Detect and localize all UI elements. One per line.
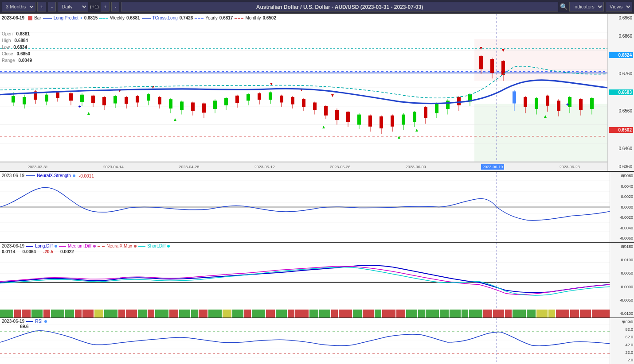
rsi-panel-controls[interactable]: ▼ ✕ [621, 319, 632, 325]
svg-rect-64 [280, 96, 283, 103]
neuralx-date: 2023-06-19 [2, 173, 24, 178]
svg-rect-102 [490, 59, 494, 73]
svg-rect-30 [91, 96, 95, 103]
bar-icon [28, 16, 32, 20]
svg-rect-108 [524, 97, 527, 107]
svg-rect-165 [118, 310, 125, 318]
search-icon[interactable]: 🔍 [560, 3, 567, 10]
svg-rect-207 [570, 310, 579, 318]
svg-rect-66 [291, 97, 294, 105]
neuralx-name: NeuralX.Strength [37, 173, 71, 178]
svg-text:▲: ▲ [415, 128, 419, 132]
price-0.6683-highlighted: 0.6683 [609, 89, 633, 95]
svg-rect-86 [402, 115, 405, 125]
views-selector[interactable]: Views [606, 2, 632, 12]
svg-rect-74 [335, 110, 339, 120]
svg-rect-2 [474, 39, 607, 81]
offset-minus-button[interactable]: - [111, 2, 119, 12]
date-2023-04-14: 2023-04-14 [103, 165, 124, 169]
offset-add-button[interactable]: + [101, 2, 110, 12]
svg-rect-193 [418, 310, 425, 318]
period-selector[interactable]: 3 Months 1 Month 6 Months 1 Year [2, 2, 35, 12]
svg-rect-162 [82, 310, 94, 318]
shortdiff-dot [167, 245, 170, 248]
date-2023-05-12: 2023-05-12 [254, 165, 275, 169]
svg-rect-174 [208, 310, 222, 318]
neuralx-y-n0.0040: -0.0040 [611, 226, 633, 230]
svg-rect-48 [191, 102, 195, 111]
longdiff-panel-controls[interactable]: ▼ ✕ [621, 244, 632, 250]
svg-rect-44 [169, 99, 172, 108]
weekly-label: Weekly [110, 15, 125, 20]
svg-rect-178 [252, 310, 265, 318]
svg-rect-28 [80, 95, 84, 102]
bar-label: Bar [34, 15, 41, 20]
rsi-close-icon[interactable]: ✕ [628, 319, 632, 325]
svg-rect-52 [213, 101, 217, 109]
rsi-y-42: 42.0 [611, 343, 633, 347]
svg-rect-40 [147, 94, 150, 101]
rsi-dropdown-icon[interactable]: ▼ [621, 319, 626, 325]
svg-rect-199 [483, 310, 492, 318]
svg-rect-84 [391, 116, 394, 127]
svg-rect-34 [113, 96, 117, 104]
close-value: 0.6850 [17, 50, 31, 57]
neuralx-close-icon[interactable]: ✕ [628, 173, 632, 179]
svg-rect-173 [199, 310, 207, 318]
svg-rect-80 [368, 116, 372, 127]
svg-rect-90 [424, 107, 427, 118]
svg-rect-68 [302, 99, 305, 107]
neuralx-y-n0.0020: -0.0020 [611, 215, 633, 220]
longdiff-y-axis: 0.0150 0.0100 0.0050 0.0000 -0.0050 -0.0… [610, 243, 634, 318]
svg-rect-94 [446, 101, 450, 109]
rsi-name: RSI [35, 319, 43, 324]
svg-rect-177 [244, 310, 251, 318]
svg-rect-155 [14, 310, 21, 318]
svg-text:▲: ▲ [543, 114, 548, 119]
svg-rect-32 [102, 97, 106, 105]
weekly-value: 0.6881 [126, 15, 140, 20]
offset-label: (+1) [90, 4, 99, 9]
main-price-axis: 0.6960 0.6860 0.6824 0.6760 0.6683 0.656… [607, 14, 634, 171]
open-value: 0.6881 [16, 31, 30, 37]
svg-rect-58 [247, 94, 250, 101]
neuralx-y-0.0020: 0.0020 [611, 194, 633, 199]
period-minus-button[interactable]: - [48, 2, 56, 12]
svg-rect-203 [527, 310, 536, 318]
period-add-button[interactable]: + [37, 2, 46, 12]
high-value: 0.6884 [15, 37, 28, 44]
svg-text:+: + [78, 104, 81, 110]
monthly-line-icon [235, 18, 243, 19]
svg-rect-96 [457, 97, 461, 105]
svg-rect-172 [191, 310, 198, 318]
date-2023-05-26: 2023-05-26 [330, 165, 350, 169]
neuralx-y-axis: 0.0060 0.0040 0.0020 0.0000 -0.0020 -0.0… [610, 172, 634, 242]
longdiff-dropdown-icon[interactable]: ▼ [621, 244, 626, 250]
weekly-line-icon [99, 18, 108, 19]
svg-text:▼: ▼ [117, 88, 122, 93]
frequency-selector[interactable]: Daily Weekly Monthly [58, 2, 88, 12]
svg-text:▼: ▼ [299, 87, 304, 92]
mediumdiff-line-icon [59, 246, 66, 247]
rsi-y-22: 22.0 [611, 350, 633, 355]
date-2023-04-28: 2023-04-28 [179, 165, 199, 169]
longdiff-title: 2023-06-19 Long.Diff Medium.Diff NeuralX… [2, 244, 170, 254]
svg-rect-179 [266, 310, 275, 318]
indicators-selector[interactable]: Indicators [569, 2, 604, 12]
svg-rect-118 [579, 99, 583, 110]
monthly-label: Monthly [245, 15, 261, 20]
yearly-value: 0.6817 [219, 15, 233, 20]
svg-rect-36 [125, 97, 128, 104]
date-2023-06-09: 2023-06-09 [406, 165, 426, 169]
neuralx-dropdown-icon[interactable]: ▼ [621, 173, 626, 179]
svg-text:▲: ▲ [397, 135, 401, 139]
svg-rect-159 [51, 310, 64, 318]
monthly-value: 0.6502 [262, 15, 276, 20]
neuralx-panel-controls[interactable]: ▼ ✕ [621, 173, 632, 179]
longdiff-close-icon[interactable]: ✕ [628, 244, 632, 250]
neuralx-panel: 2023-06-19 NeuralX.Strength -0.0011 ▼ ✕ … [0, 172, 634, 243]
svg-text:▼: ▼ [330, 93, 335, 98]
svg-rect-181 [288, 310, 294, 318]
svg-rect-120 [590, 98, 594, 109]
svg-rect-201 [505, 310, 512, 318]
